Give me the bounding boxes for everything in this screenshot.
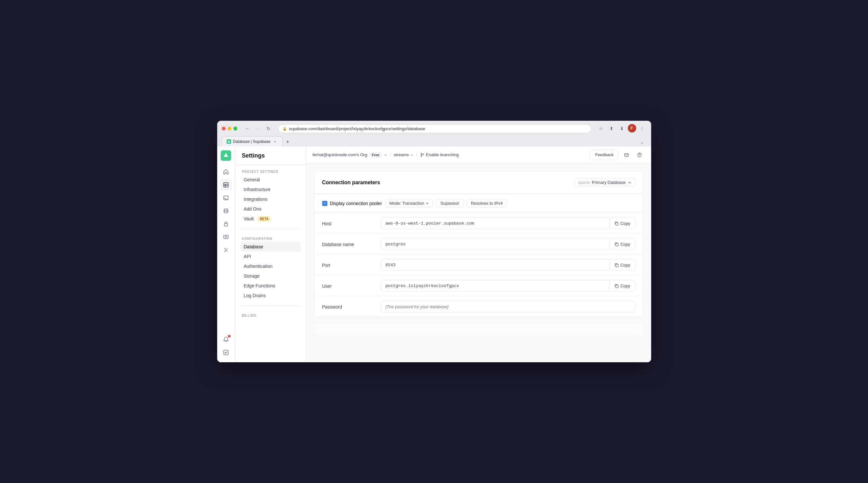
nav-functions-button[interactable] [220,244,232,256]
ipv4-label: Resolves to IPv4 [471,201,503,206]
top-bar-actions: Feedback [590,150,644,160]
plan-badge[interactable]: Free [369,152,382,158]
nav-home-button[interactable] [220,166,232,178]
nav-notifications-button[interactable] [220,334,232,345]
mode-selector[interactable]: Mode: Transaction [385,199,433,208]
settings-item-integrations[interactable]: Integrations [241,194,301,204]
supavisor-badge[interactable]: Supavisor [436,199,464,208]
database-icon [223,208,229,214]
active-tab[interactable]: Database | Supabase × [222,136,282,146]
svg-point-16 [639,155,640,156]
port-input-wrapper: Copy [381,259,635,271]
back-button[interactable]: ← [243,124,252,133]
nav-sql-button[interactable] [220,192,232,204]
dbname-field-row: Database name Copy [314,234,643,255]
user-copy-label: Copy [620,283,630,288]
nav-table-editor-button[interactable] [220,179,232,191]
settings-title: Settings [236,146,306,165]
tab-close-button[interactable]: × [272,139,278,144]
functions-icon [223,247,229,253]
svg-point-15 [638,153,642,157]
user-field-row: User Copy [314,276,643,296]
nav-reports-button[interactable] [220,347,232,358]
check-mark: ✓ [323,202,326,205]
feedback-button[interactable]: Feedback [590,150,618,160]
user-copy-button[interactable]: Copy [610,281,634,291]
host-field-row: Host Copy [314,213,643,234]
traffic-light-green[interactable] [234,126,237,131]
port-input[interactable] [381,260,610,271]
nav-storage-button[interactable] [220,231,232,243]
supabase-logo[interactable] [221,150,231,161]
breadcrumb-branch[interactable]: Enable branching [420,152,459,157]
org-chevron-icon [384,153,387,157]
second-card [314,322,643,336]
auth-icon [223,221,229,227]
nav-auth-button[interactable] [220,218,232,230]
password-input[interactable] [381,302,635,312]
host-input[interactable] [381,218,610,229]
new-tab-button[interactable]: + [283,137,292,146]
dbname-copy-button[interactable]: Copy [610,239,634,250]
breadcrumb-project[interactable]: streams [394,152,413,157]
ipv4-badge[interactable]: Resolves to IPv4 [467,199,507,208]
port-copy-button[interactable]: Copy [610,260,634,271]
settings-item-general[interactable]: General [241,175,301,184]
security-icon: 🔒 [282,126,287,131]
copy-icon-port [614,263,619,267]
card-title: Connection parameters [322,180,380,186]
org-info: ferhat@quicknode.com's Org Free [313,152,387,158]
share-button[interactable]: ⬆ [607,124,616,133]
settings-item-api[interactable]: API [241,252,301,261]
project-name: streams [394,152,409,157]
user-avatar[interactable]: F [628,124,636,133]
settings-item-vault[interactable]: Vault BETA [241,214,301,224]
mail-icon [624,152,629,158]
copy-icon-user [614,284,619,288]
svg-rect-14 [624,153,628,157]
reports-icon [223,349,229,356]
settings-item-authentication[interactable]: Authentication [241,261,301,271]
svg-rect-18 [616,244,618,246]
star-button[interactable]: ☆ [596,124,606,133]
source-value: Primary Database [592,180,625,185]
source-selector[interactable]: source Primary Database [575,178,635,187]
settings-item-infrastructure[interactable]: Infrastructure [241,184,301,194]
billing-divider [241,306,301,306]
svg-rect-17 [616,223,618,225]
host-copy-label: Copy [620,221,630,226]
mail-button[interactable] [621,150,632,160]
breadcrumb-sep-2: / [416,152,417,158]
help-button[interactable] [634,150,645,160]
settings-item-database[interactable]: Database [241,242,301,252]
settings-item-edge-functions[interactable]: Edge Functions [241,281,301,291]
port-copy-label: Copy [620,263,630,267]
reload-button[interactable]: ↻ [264,124,273,133]
user-input[interactable] [381,281,610,291]
org-name: ferhat@quicknode.com's Org [313,152,367,157]
vault-badge: BETA [257,217,271,221]
address-bar[interactable]: 🔒 supabase.com/dashboard/project/lxlyayz… [278,124,591,133]
settings-item-storage[interactable]: Storage [241,271,301,281]
host-copy-button[interactable]: Copy [610,218,634,229]
card-header: Connection parameters source Primary Dat… [314,172,643,194]
config-section: CONFIGURATION Database API Authenticatio… [236,232,306,303]
checkbox-icon: ✓ [322,201,328,206]
download-button[interactable]: ⬇ [617,124,626,133]
copy-icon-dbname [614,242,619,246]
forward-button[interactable]: → [254,124,263,133]
source-chevron-icon [628,181,632,184]
settings-item-addons[interactable]: Add Ons [241,204,301,214]
more-button[interactable]: ⋮ [638,124,647,133]
nav-database-button[interactable] [220,205,232,217]
traffic-light-red[interactable] [222,126,226,131]
pooler-checkbox[interactable]: ✓ Display connection pooler [322,201,382,206]
settings-item-log-drains[interactable]: Log Drains [241,291,301,301]
svg-point-7 [224,209,228,210]
pooler-label: Display connection pooler [330,201,382,206]
notification-badge [228,335,230,338]
project-chevron-icon [410,153,413,157]
traffic-light-yellow[interactable] [227,126,231,131]
dbname-input[interactable] [381,239,610,250]
tab-expand-button[interactable]: ⌄ [638,137,647,146]
